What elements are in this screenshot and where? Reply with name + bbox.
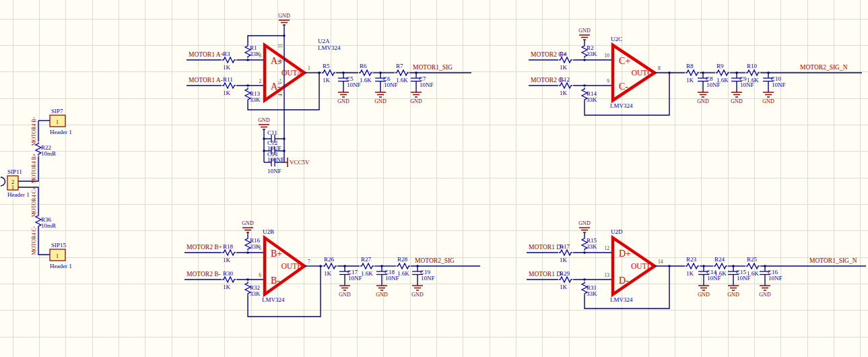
resistor-value[interactable]: 1K xyxy=(560,284,568,290)
resistor-name[interactable]: R25 xyxy=(747,256,758,263)
resistor-symbol[interactable] xyxy=(222,57,236,63)
opamp-module-b[interactable]: MOTOR2 B+R181K5MOTOR2 B-R301K6R1633KGNDR… xyxy=(185,220,480,317)
resistor-name[interactable]: R24 xyxy=(714,256,725,263)
net-label[interactable]: MOTOR1_SIG xyxy=(413,64,453,71)
component-designator[interactable]: SIP15 xyxy=(51,242,67,249)
resistor-value[interactable]: 1.6K xyxy=(714,270,727,277)
component-designator[interactable]: U2C xyxy=(611,36,622,42)
opamp-module-d[interactable]: MOTOR1 D+R171K12MOTOR1 D-R291K13R1533KGN… xyxy=(527,220,866,309)
schematic-canvas[interactable]: MOTOR1 A+R31K3MOTOR1 A-R111K2R133KR1333K… xyxy=(0,0,868,357)
resistor-name[interactable]: R9 xyxy=(716,63,724,69)
net-label[interactable]: MOTOR4 C+ xyxy=(31,187,37,217)
resistor-value[interactable]: 1.6K xyxy=(396,77,408,84)
resistor-symbol[interactable] xyxy=(686,263,699,269)
net-label[interactable]: MOTOR2_SIG_N xyxy=(800,64,848,71)
gnd-power-symbol[interactable]: GND xyxy=(697,92,709,104)
net-label[interactable]: MOTOR1 A- xyxy=(189,77,223,84)
resistor-symbol[interactable] xyxy=(746,70,760,75)
resistor-value[interactable]: 1.6K xyxy=(747,77,759,84)
capacitor-value[interactable]: 10NF xyxy=(347,82,361,88)
resistor-name[interactable]: R4 xyxy=(560,51,567,57)
gnd-power-symbol[interactable]: GND xyxy=(411,286,424,298)
net-label[interactable]: MOTOR1 D- xyxy=(529,271,563,278)
capacitor-value[interactable]: 10NF xyxy=(421,275,435,282)
net-label[interactable]: MOTOR4 B+ xyxy=(31,153,37,183)
opamp-module-c[interactable]: MOTOR2 C+R41K10MOTOR2 C-R121K9R233KGNDR1… xyxy=(529,28,862,115)
resistor-name[interactable]: R12 xyxy=(560,76,570,83)
resistor-name[interactable]: R26 xyxy=(324,256,335,263)
wire[interactable] xyxy=(248,36,284,44)
resistor-name[interactable]: R27 xyxy=(361,256,372,263)
resistor-symbol[interactable] xyxy=(559,250,572,255)
wire[interactable] xyxy=(38,228,50,255)
resistor-value[interactable]: 33K xyxy=(250,51,261,57)
component-part[interactable]: LMV324 xyxy=(610,296,633,303)
resistor-value[interactable]: 1K xyxy=(324,270,332,277)
gnd-power-symbol[interactable]: GND xyxy=(337,92,349,104)
resistor-value[interactable]: 33K xyxy=(250,96,261,103)
resistor-symbol[interactable] xyxy=(222,277,236,282)
component-designator[interactable]: U2D xyxy=(611,228,623,235)
resistor-value[interactable]: 33K xyxy=(587,96,597,103)
capacitor-stack-label[interactable]: C11 xyxy=(267,129,277,136)
resistor-value[interactable]: 33K xyxy=(587,243,597,250)
capacitor-stack-label[interactable]: 100NF xyxy=(267,156,284,163)
resistor-value[interactable]: 1K xyxy=(223,64,231,71)
resistor-symbol[interactable] xyxy=(746,263,760,269)
net-label[interactable]: MOTOR4 C- xyxy=(31,226,37,255)
resistor-symbol[interactable] xyxy=(397,263,410,269)
resistor-name[interactable]: R10 xyxy=(747,63,758,69)
component-part[interactable]: Header 1 xyxy=(50,263,72,269)
gnd-power-symbol[interactable]: GND xyxy=(376,286,388,298)
resistor-value[interactable]: 1K xyxy=(560,90,568,96)
resistor-symbol[interactable] xyxy=(222,83,236,88)
net-label[interactable]: MOTOR2 B+ xyxy=(187,244,222,251)
resistor-symbol[interactable] xyxy=(559,83,572,88)
resistor-value[interactable]: 33K xyxy=(250,243,261,250)
net-label[interactable]: MOTOR2_SIG xyxy=(415,257,455,264)
capacitor-value[interactable]: 10NF xyxy=(768,275,782,282)
resistor-name[interactable]: R8 xyxy=(686,63,694,69)
resistor-value[interactable]: 1K xyxy=(223,284,231,290)
resistor-symbol[interactable] xyxy=(323,263,337,269)
component-designator[interactable]: U2A xyxy=(318,38,330,44)
resistor-symbol[interactable] xyxy=(360,263,374,269)
resistor-value[interactable]: 1K xyxy=(560,257,568,263)
resistor-symbol[interactable] xyxy=(322,70,335,75)
component-part[interactable]: LMV324 xyxy=(610,102,633,109)
resistor-value[interactable]: 1K xyxy=(223,257,231,263)
resistor-value[interactable]: 1.6K xyxy=(361,270,373,277)
resistor-name[interactable]: R6 xyxy=(360,63,367,69)
resistor-value[interactable]: 1K xyxy=(686,270,694,277)
component-part[interactable]: Header 1 xyxy=(7,191,30,198)
gnd-power-symbol[interactable]: GND xyxy=(410,92,422,104)
net-label[interactable]: MOTOR1_SIG_N xyxy=(809,257,857,264)
resistor-value[interactable]: 33K xyxy=(587,51,597,57)
gnd-power-symbol[interactable]: GND xyxy=(242,220,254,232)
resistor-symbol[interactable] xyxy=(359,70,372,75)
resistor-value[interactable]: 10mR xyxy=(41,150,56,157)
gnd-power-symbol[interactable]: GND xyxy=(578,220,591,232)
gnd-power-symbol[interactable]: GND xyxy=(759,286,771,298)
resistor-name[interactable]: R7 xyxy=(396,63,403,69)
resistor-value[interactable]: 1K xyxy=(323,77,331,84)
gnd-power-symbol[interactable]: GND xyxy=(762,92,774,104)
resistor-value[interactable]: 1.6K xyxy=(716,77,729,84)
gnd-power-symbol[interactable]: GND xyxy=(339,286,351,298)
resistor-symbol[interactable] xyxy=(559,57,572,63)
gnd-power-symbol[interactable]: GND xyxy=(731,92,743,104)
component-designator[interactable]: SIP11 xyxy=(7,168,22,175)
power-net-label[interactable]: VCC5V xyxy=(290,159,310,166)
connector-section[interactable]: 1SIP7Header 1R2210mR21SIP11Header 1R3610… xyxy=(1,108,72,269)
capacitor-value[interactable]: 10NF xyxy=(420,82,434,88)
resistor-value[interactable]: 33K xyxy=(587,290,597,297)
resistor-name[interactable]: R5 xyxy=(323,63,330,69)
resistor-name[interactable]: R23 xyxy=(686,256,697,263)
resistor-name[interactable]: R28 xyxy=(397,256,408,263)
resistor-symbol[interactable] xyxy=(686,70,699,75)
resistor-value[interactable]: 1K xyxy=(560,64,568,71)
component-designator[interactable]: U2B xyxy=(263,228,274,235)
component-part[interactable]: LMV324 xyxy=(262,296,285,303)
resistor-name[interactable]: R11 xyxy=(223,76,233,83)
gnd-power-symbol[interactable]: GND xyxy=(374,92,387,104)
